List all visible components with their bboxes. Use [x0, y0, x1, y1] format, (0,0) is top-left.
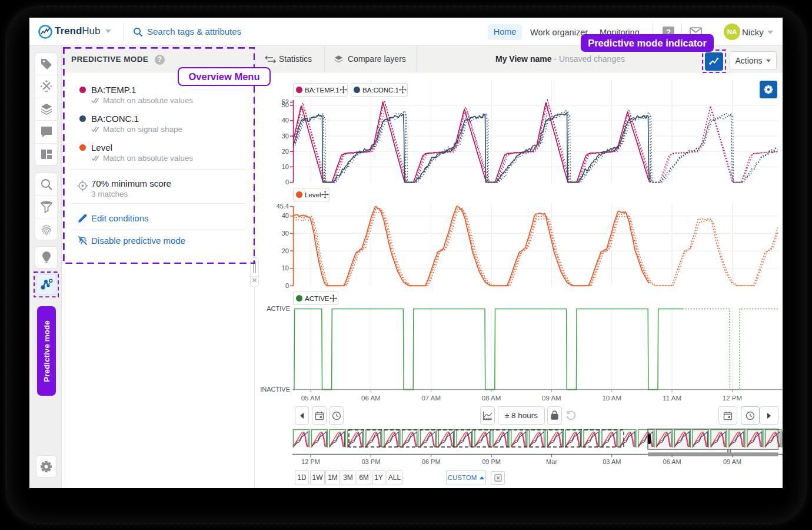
svg-text:12 PM: 12 PM [301, 458, 320, 465]
svg-text:09 AM: 09 AM [723, 458, 741, 465]
svg-text:03 AM: 03 AM [603, 458, 621, 465]
svg-text:Mar: Mar [546, 458, 557, 465]
svg-text:09 PM: 09 PM [482, 458, 501, 465]
svg-text:06 AM: 06 AM [663, 458, 681, 465]
svg-text:06 PM: 06 PM [422, 458, 441, 465]
svg-text:03 PM: 03 PM [362, 458, 381, 465]
